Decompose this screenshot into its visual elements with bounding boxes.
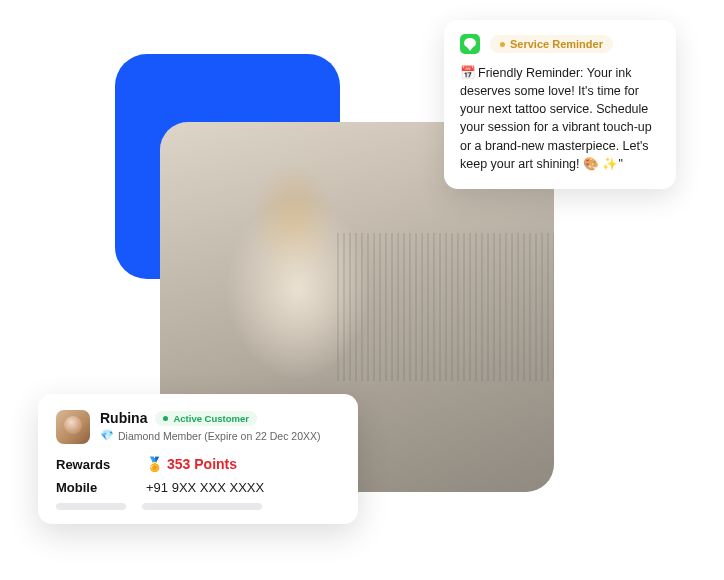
reminder-header: Service Reminder (460, 34, 660, 54)
customer-header: Rubina Active Customer 💎 Diamond Member … (56, 410, 340, 444)
reminder-message: Friendly Reminder: Your ink deserves som… (460, 66, 652, 171)
rewards-row: Rewards 🏅 353 Points (56, 456, 340, 472)
mobile-row: Mobile +91 9XX XXX XXXX (56, 480, 340, 495)
message-icon (460, 34, 480, 54)
membership-row: 💎 Diamond Member (Expire on 22 Dec 20XX) (100, 429, 321, 442)
mobile-value: +91 9XX XXX XXXX (146, 480, 264, 495)
medal-icon: 🏅 (146, 456, 163, 472)
skeleton-placeholder (142, 503, 262, 510)
membership-text: Diamond Member (Expire on 22 Dec 20XX) (118, 430, 321, 442)
diamond-icon: 💎 (100, 429, 114, 442)
calendar-icon: 📅 (460, 66, 476, 80)
mobile-label: Mobile (56, 480, 146, 495)
reminder-badge-label: Service Reminder (510, 38, 603, 50)
status-label: Active Customer (173, 413, 249, 424)
service-reminder-card: Service Reminder 📅Friendly Reminder: You… (444, 20, 676, 189)
points-value: 🏅 353 Points (146, 456, 237, 472)
status-badge: Active Customer (155, 411, 257, 426)
skeleton-placeholder (56, 503, 126, 510)
skeleton-row (56, 503, 340, 510)
points-text: 353 Points (167, 456, 237, 472)
badge-dot-icon (500, 42, 505, 47)
customer-name-row: Rubina Active Customer (100, 410, 321, 426)
avatar (56, 410, 90, 444)
customer-name: Rubina (100, 410, 147, 426)
customer-card: Rubina Active Customer 💎 Diamond Member … (38, 394, 358, 524)
status-dot-icon (163, 416, 168, 421)
reminder-badge: Service Reminder (490, 35, 613, 53)
reminder-body: 📅Friendly Reminder: Your ink deserves so… (460, 64, 660, 173)
rewards-label: Rewards (56, 457, 146, 472)
